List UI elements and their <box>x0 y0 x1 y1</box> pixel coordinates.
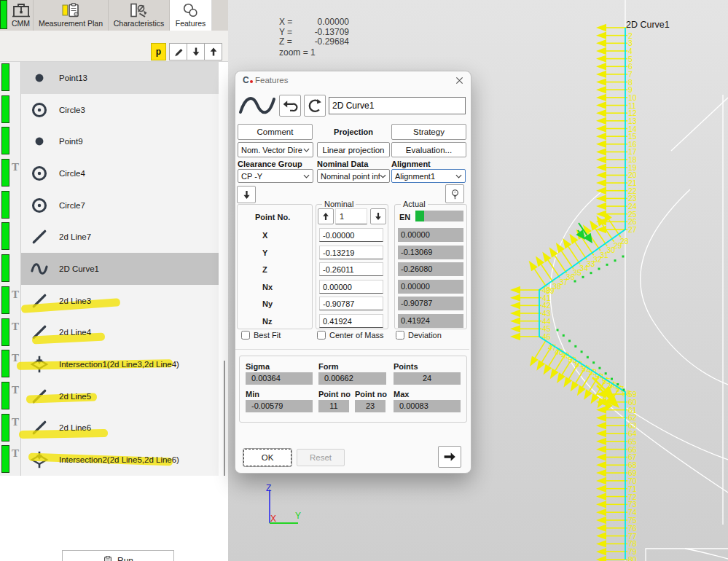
nominal-vector-dropdown[interactable]: Nom. Vector Dire <box>238 142 313 157</box>
dialog-titlebar[interactable]: C Features <box>235 71 471 89</box>
evaluation-button[interactable]: Evaluation... <box>391 142 466 157</box>
coord-label-nx: Nx <box>262 283 273 291</box>
list-item-body[interactable]: 2d Line7 <box>20 221 219 253</box>
list-item-body[interactable]: Circle3 <box>20 94 219 126</box>
list-item-body[interactable]: Circle4 <box>20 157 219 189</box>
list-item[interactable]: T2d Line3 <box>0 285 219 317</box>
list-item[interactable]: Point13 <box>0 62 219 94</box>
tab-measurement-plan[interactable]: Measurement Plan <box>34 0 109 31</box>
points-label: Points <box>394 362 418 371</box>
list-item[interactable]: T2d Line6 <box>0 412 219 444</box>
point-prev-button[interactable] <box>318 208 334 224</box>
clearance-group-dropdown[interactable]: CP -Y <box>238 169 313 183</box>
max-point-value: 23 <box>355 400 385 412</box>
list-item-body[interactable]: Point9 <box>20 125 219 157</box>
traffic-light-indicator <box>1 127 9 154</box>
list-item-body[interactable]: 2d Line6 <box>20 412 219 444</box>
traffic-light-indicator <box>1 159 9 187</box>
tab-label: Characteristics <box>109 19 169 28</box>
coordinate-line: Z =-0.29684 <box>279 37 352 47</box>
list-item[interactable]: Circle7 <box>0 189 219 221</box>
edit-button[interactable] <box>169 43 187 60</box>
nominal-nx-input[interactable]: 0.00000 <box>319 280 383 294</box>
tolerance-tag: T <box>12 416 19 428</box>
separator <box>235 349 469 350</box>
tolerance-tag: T <box>12 289 19 301</box>
list-item-body[interactable]: Intersection2(2d Line5,2d Line6) <box>20 444 219 476</box>
run-button[interactable]: Run <box>62 550 174 561</box>
move-up-button[interactable] <box>204 43 222 60</box>
move-down-button[interactable] <box>187 43 205 60</box>
point-next-button[interactable] <box>370 208 386 224</box>
actual-x-value: 0.00000 <box>398 228 463 242</box>
list-item-body[interactable]: 2d Line5 <box>20 380 219 412</box>
tab-cmm[interactable]: CMM <box>9 0 34 31</box>
traffic-light-indicator <box>1 222 9 250</box>
sigma-label: Sigma <box>246 362 270 371</box>
tab-features[interactable]: Features <box>170 0 212 31</box>
list-item[interactable]: 2D Curve1 <box>0 253 219 285</box>
nominal-z-input[interactable]: -0.26011 <box>319 262 383 276</box>
actual-z-value: -0.26080 <box>398 262 463 276</box>
coordinate-line: Y =-0.13709 <box>279 28 352 38</box>
list-item[interactable]: TCircle4 <box>0 157 219 189</box>
alignment-dropdown[interactable]: Alignment1 <box>391 169 466 183</box>
list-item-body[interactable]: 2d Line4 <box>20 317 219 349</box>
list-item[interactable]: 2d Line7 <box>0 221 219 253</box>
list-item-body[interactable]: 2D Curve1 <box>20 253 219 285</box>
feature-label: Circle4 <box>59 169 85 178</box>
feature-name-input[interactable] <box>329 97 466 114</box>
point-no-input[interactable]: 1 <box>335 208 367 224</box>
checkbox-icon <box>317 331 326 340</box>
reset-button[interactable]: Reset <box>297 449 345 466</box>
hint-button[interactable] <box>445 184 464 203</box>
char-icon <box>130 2 149 18</box>
close-icon[interactable] <box>453 74 465 86</box>
list-item[interactable]: TIntersection2(2d Line5,2d Line6) <box>0 444 219 476</box>
linear-projection-button[interactable]: Linear projection <box>317 142 390 157</box>
cad-wireframe <box>550 0 728 561</box>
nominal-data-dropdown[interactable]: Nominal point inf <box>317 169 390 183</box>
transfer-down-button[interactable] <box>237 186 256 203</box>
feature-label: Intersection1(2d Line3,2d Line4) <box>59 360 179 369</box>
nominal-x-input[interactable]: -0.00000 <box>319 228 383 242</box>
list-item[interactable]: T2d Line4 <box>0 317 219 349</box>
list-item[interactable]: TIntersection1(2d Line3,2d Line4) <box>0 348 219 380</box>
feature-label: Intersection2(2d Line5,2d Line6) <box>59 455 179 464</box>
nominal-y-input[interactable]: -0.13219 <box>319 246 383 259</box>
deviation-arrows <box>510 24 627 561</box>
actual-y-value: -0.13069 <box>398 246 463 259</box>
clearance-group-label: Clearance Group <box>238 160 302 168</box>
comment-button[interactable]: Comment <box>238 124 313 140</box>
list-item[interactable]: Point9 <box>0 125 219 157</box>
list-item-body[interactable]: Intersection1(2d Line3,2d Line4) <box>20 348 219 380</box>
tab-characteristics[interactable]: Characteristics <box>109 0 170 31</box>
list-item-body[interactable]: Circle7 <box>20 189 219 221</box>
probe-mode-button[interactable]: p <box>151 43 166 60</box>
list-item[interactable]: Circle3 <box>0 94 219 126</box>
feature-label: 2d Line7 <box>59 232 91 241</box>
pencil-icon <box>173 46 184 58</box>
curve-direction-button[interactable] <box>304 95 326 117</box>
coord-label-y: Y <box>262 248 267 257</box>
next-feature-button[interactable] <box>438 446 461 468</box>
list-item-body[interactable]: Point13 <box>20 62 219 94</box>
nominal-ny-input[interactable]: -0.90787 <box>319 297 383 310</box>
arrow-down-icon <box>190 46 202 58</box>
feature-label: 2d Line6 <box>59 423 91 432</box>
strategy-button[interactable]: Strategy <box>391 124 466 140</box>
list-item-body[interactable]: 2d Line3 <box>20 285 219 317</box>
point-labels-group: Point No. XYZNxNyNz <box>237 204 313 329</box>
recall-feature-button[interactable] <box>279 95 301 117</box>
feature-label: Point9 <box>59 137 83 146</box>
feature-list: Point13Circle3Point9TCircle4Circle72d Li… <box>0 62 219 476</box>
deviation-checkbox[interactable]: Deviation <box>396 331 442 340</box>
list-item[interactable]: T2d Line5 <box>0 380 219 412</box>
row-gutter <box>0 189 20 221</box>
center-of-mass-checkbox[interactable]: Center of Mass <box>317 331 384 340</box>
nominal-nz-input[interactable]: 0.41924 <box>319 314 383 328</box>
line-icon <box>30 227 49 246</box>
ok-button[interactable]: OK <box>243 449 291 466</box>
best-fit-checkbox[interactable]: Best Fit <box>241 331 281 340</box>
nominal-data-label: Nominal Data <box>317 160 368 168</box>
